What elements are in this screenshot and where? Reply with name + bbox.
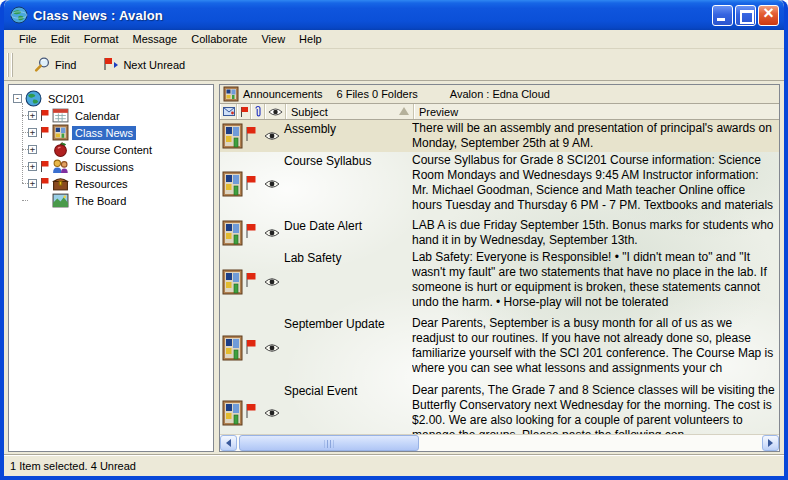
- column-subject[interactable]: Subject: [286, 104, 414, 119]
- menu-view[interactable]: View: [254, 31, 292, 47]
- paperclip-icon: [254, 105, 262, 118]
- main-panel: Announcements 6 Files 0 Folders Avalon :…: [219, 84, 780, 452]
- scrollbar-thumb[interactable]: [239, 435, 419, 451]
- apple-icon: [52, 142, 69, 158]
- tree-root-label: SCI201: [45, 92, 88, 106]
- content-area: - SCI201 + Calendar +: [4, 81, 784, 455]
- picture-icon: [52, 193, 69, 209]
- announcement-icon: [222, 220, 245, 247]
- unread-flag-icon: [245, 272, 257, 288]
- preview-cell: There will be an assembly and presentati…: [412, 120, 779, 152]
- column-monitor[interactable]: [265, 104, 286, 119]
- server-location: Avalon : Edna Cloud: [450, 88, 550, 100]
- scroll-left-button[interactable]: [220, 435, 237, 451]
- unread-flag-icon: [245, 223, 257, 239]
- collapse-icon[interactable]: -: [13, 94, 22, 103]
- flag-icon: [240, 106, 249, 118]
- column-envelope[interactable]: [220, 104, 237, 119]
- close-button[interactable]: [758, 5, 779, 26]
- expand-icon[interactable]: +: [28, 179, 37, 188]
- announcement-icon: [222, 123, 245, 150]
- message-list: Assembly There will be an assembly and p…: [220, 120, 779, 434]
- tree-item-label: Course Content: [72, 143, 155, 157]
- toolbar: Find Next Unread: [4, 49, 784, 81]
- sidebar-item-sci201[interactable]: - SCI201: [13, 90, 211, 107]
- folder-title: Announcements: [243, 88, 323, 100]
- tree-item-label: The Board: [72, 194, 129, 208]
- expand-icon[interactable]: +: [28, 162, 37, 171]
- panel-header: Announcements 6 Files 0 Folders Avalon :…: [220, 85, 779, 104]
- list-item-due-date-alert[interactable]: Due Date Alert LAB A is due Friday Septe…: [220, 217, 779, 249]
- status-text: 1 Item selected. 4 Unread: [10, 460, 136, 472]
- window-title: Class News : Avalon: [33, 8, 710, 23]
- scroll-right-button[interactable]: [762, 435, 779, 451]
- application-window: Class News : Avalon File Edit Format Mes…: [0, 0, 788, 480]
- eye-icon: [264, 131, 280, 142]
- next-unread-button[interactable]: Next Unread: [96, 53, 191, 76]
- tree-item-label: Discussions: [72, 160, 137, 174]
- chevron-left-icon: [226, 439, 231, 447]
- eye-icon: [264, 277, 280, 288]
- sidebar-item-class-news[interactable]: + Class News: [18, 124, 211, 141]
- find-button[interactable]: Find: [28, 53, 82, 76]
- subject-cell: Special Event: [284, 382, 412, 434]
- menu-edit[interactable]: Edit: [44, 31, 77, 47]
- eye-icon: [264, 408, 280, 419]
- list-item-special-event[interactable]: Special Event Dear parents, The Grade 7 …: [220, 382, 779, 434]
- subject-cell: Assembly: [284, 120, 412, 152]
- menu-help[interactable]: Help: [292, 31, 329, 47]
- column-flag[interactable]: [237, 104, 251, 119]
- calendar-icon: [52, 108, 69, 124]
- preview-cell: LAB A is due Friday September 15th. Bonu…: [412, 217, 779, 249]
- eye-icon: [264, 343, 280, 354]
- no-expander: [28, 196, 37, 205]
- list-item-course-syllabus[interactable]: Course Syllabus Course Syllabus for Grad…: [220, 152, 779, 217]
- menu-bar: File Edit Format Message Collaborate Vie…: [4, 30, 784, 49]
- minimize-button[interactable]: [712, 5, 733, 26]
- unread-flag-icon: [40, 160, 50, 173]
- next-unread-label: Next Unread: [123, 59, 185, 71]
- menu-collaborate[interactable]: Collaborate: [184, 31, 254, 47]
- sidebar-item-resources[interactable]: + Resources: [18, 175, 211, 192]
- tree-children: + Calendar + Class News +: [18, 107, 211, 209]
- unread-flag-icon: [245, 175, 257, 191]
- tree-item-label: Resources: [72, 177, 131, 191]
- column-header-row: Subject Preview: [220, 104, 779, 120]
- column-attachment[interactable]: [251, 104, 265, 119]
- sidebar-item-course-content[interactable]: + Course Content: [18, 141, 211, 158]
- news-board-icon: [52, 125, 69, 141]
- toolbar-grip[interactable]: [7, 53, 14, 77]
- unread-flag-icon: [245, 126, 257, 142]
- tree-item-label: Class News: [72, 126, 136, 140]
- eye-icon: [268, 107, 283, 117]
- title-bar[interactable]: Class News : Avalon: [4, 0, 784, 30]
- sidebar-tree: - SCI201 + Calendar +: [8, 84, 214, 452]
- maximize-button[interactable]: [735, 5, 756, 26]
- status-bar: 1 Item selected. 4 Unread: [4, 455, 784, 476]
- subject-cell: Due Date Alert: [284, 217, 412, 249]
- horizontal-scrollbar[interactable]: [220, 434, 779, 451]
- envelope-icon: [223, 107, 235, 116]
- list-item-lab-safety[interactable]: Lab Safety Lab Safety: Everyone is Respo…: [220, 249, 779, 315]
- chest-icon: [52, 176, 69, 192]
- sidebar-item-calendar[interactable]: + Calendar: [18, 107, 211, 124]
- menu-file[interactable]: File: [12, 31, 44, 47]
- announcement-icon: [222, 400, 245, 427]
- sidebar-item-the-board[interactable]: The Board: [18, 192, 211, 209]
- menu-message[interactable]: Message: [126, 31, 185, 47]
- sidebar-item-discussions[interactable]: + Discussions: [18, 158, 211, 175]
- column-preview[interactable]: Preview: [414, 104, 779, 119]
- announcements-board-icon: [223, 86, 239, 102]
- expand-icon[interactable]: +: [28, 128, 37, 137]
- sort-ascending-icon: [399, 107, 409, 115]
- list-item-assembly[interactable]: Assembly There will be an assembly and p…: [220, 120, 779, 152]
- subject-cell: September Update: [284, 315, 412, 382]
- list-item-september-update[interactable]: September Update Dear Parents, September…: [220, 315, 779, 382]
- expand-icon[interactable]: +: [28, 145, 37, 154]
- preview-cell: Dear Parents, September is a busy month …: [412, 315, 779, 382]
- menu-format[interactable]: Format: [77, 31, 126, 47]
- unread-flag-icon: [245, 339, 257, 355]
- unread-flag-icon: [40, 109, 50, 122]
- expand-icon[interactable]: +: [28, 111, 37, 120]
- announcement-icon: [222, 171, 245, 198]
